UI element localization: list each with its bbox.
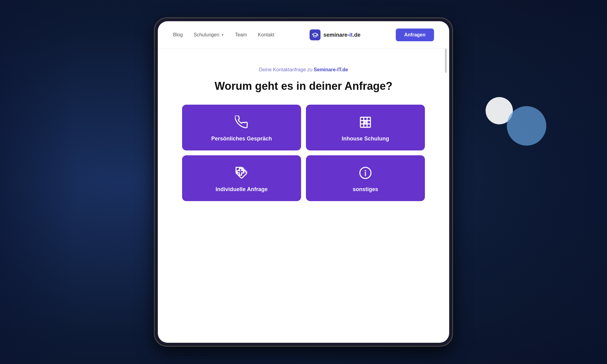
building-icon	[359, 116, 372, 131]
tablet-frame: Blog Schulungen ▼ Team Kontakt	[155, 18, 452, 346]
page-title: Worum geht es in deiner Anfrage?	[215, 80, 392, 93]
nav-blog[interactable]: Blog	[173, 32, 183, 38]
brand-text: seminare-it.de	[324, 32, 361, 38]
phone-svg	[235, 116, 248, 129]
building-svg	[359, 116, 372, 129]
tablet-screen: Blog Schulungen ▼ Team Kontakt	[158, 21, 449, 343]
nav-right: Anfragen	[396, 29, 434, 41]
nav-left: Blog Schulungen ▼ Team Kontakt	[173, 32, 274, 38]
nav-schulungen[interactable]: Schulungen ▼	[194, 32, 224, 38]
card-inhouse-label: Inhouse Schulung	[342, 136, 389, 142]
svg-rect-1	[364, 121, 365, 122]
card-inhouse-schulung[interactable]: Inhouse Schulung	[306, 105, 425, 150]
card-sonstiges[interactable]: sonstiges	[306, 155, 425, 201]
card-individuelle-label: Individuelle Anfrage	[215, 186, 267, 193]
graduation-cap-icon	[312, 32, 318, 38]
page-subtitle: Deine Kontaktanfrage zu Seminare-IT.de	[259, 67, 348, 72]
puzzle-icon	[235, 166, 248, 181]
bg-left-gradient	[0, 0, 76, 364]
anfragen-button[interactable]: Anfragen	[396, 29, 434, 41]
bg-right-gradient	[516, 0, 607, 364]
schulungen-chevron-icon: ▼	[221, 33, 224, 37]
svg-rect-0	[361, 117, 371, 127]
card-persoenliches-gespraech[interactable]: Persönliches Gespräch	[182, 105, 301, 150]
info-svg	[359, 166, 372, 180]
navbar: Blog Schulungen ▼ Team Kontakt	[158, 21, 449, 49]
nav-kontakt[interactable]: Kontakt	[258, 32, 274, 38]
card-sonstiges-label: sonstiges	[353, 186, 378, 193]
puzzle-svg	[235, 166, 248, 180]
decorative-circle-blue	[507, 106, 546, 146]
nav-team[interactable]: Team	[235, 32, 247, 38]
scrollbar[interactable]	[445, 49, 447, 73]
phone-icon	[235, 116, 248, 131]
card-individuelle-anfrage[interactable]: Individuelle Anfrage	[182, 155, 301, 201]
cards-grid: Persönliches Gespräch In	[182, 105, 425, 201]
svg-rect-3	[364, 123, 365, 124]
main-content: Deine Kontaktanfrage zu Seminare-IT.de W…	[158, 49, 449, 343]
card-persoenliches-label: Persönliches Gespräch	[211, 136, 272, 142]
svg-rect-2	[366, 121, 367, 122]
svg-rect-4	[366, 123, 367, 124]
brand-icon	[310, 29, 320, 40]
info-icon	[359, 166, 372, 181]
brand-logo-area[interactable]: seminare-it.de	[310, 29, 361, 40]
